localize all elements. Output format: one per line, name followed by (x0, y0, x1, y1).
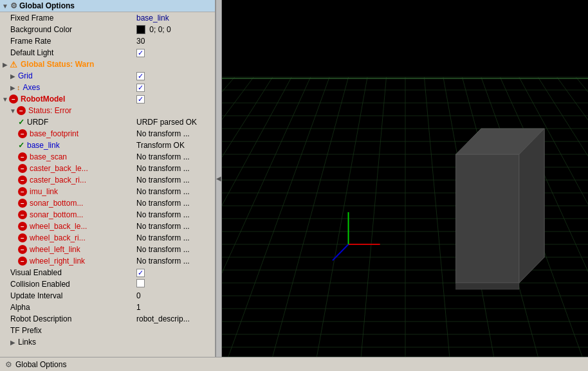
caster-back-le-error-icon: − (18, 164, 27, 173)
visual-enabled-label: Visual Enabled (9, 268, 136, 277)
wheel-back-le-value: No transform ... (136, 222, 214, 231)
robot-description-row: Robot Description robot_descrip... (0, 313, 215, 325)
gear-icon: ⚙ (9, 1, 18, 10)
sonar-bottom-2-row: − sonar_bottom... No transform ... (0, 209, 215, 221)
background-color-row: Background Color 0; 0; 0 (0, 24, 215, 35)
global-options-header[interactable]: ▼ ⚙ Global Options (0, 0, 215, 12)
frame-rate-value[interactable]: 30 (136, 37, 214, 46)
robot-model-checkbox[interactable] (136, 95, 145, 104)
imu-link-error-icon: − (18, 187, 27, 196)
axes-checkbox-value[interactable] (136, 83, 214, 92)
robot-description-value[interactable]: robot_descrip... (136, 314, 214, 323)
base-link-ok-icon: ✓ (18, 141, 24, 150)
base-link-label: base_link (26, 141, 136, 150)
default-light-checkbox[interactable] (136, 49, 145, 57)
status-bar-gear-icon: ⚙ (4, 360, 13, 369)
main-area: ▼ ⚙ Global Options Fixed Frame base_link… (0, 0, 588, 357)
base-link-row: ✓ base_link Transform OK (0, 140, 215, 151)
global-status-row[interactable]: ▶ ⚠ Global Status: Warn (0, 59, 215, 70)
collision-enabled-row: Collision Enabled (0, 278, 215, 290)
sonar-bottom-2-label: sonar_bottom... (28, 210, 136, 219)
links-row[interactable]: ▶ Links (0, 336, 215, 348)
alpha-value[interactable]: 1 (136, 303, 214, 312)
wheel-right-link-error-icon: − (18, 257, 27, 266)
sonar-bottom-1-value: No transform ... (136, 199, 214, 208)
status-bar-label: Global Options (15, 360, 66, 369)
default-light-row: Default Light (0, 47, 215, 59)
imu-link-value: No transform ... (136, 187, 214, 196)
alpha-row: Alpha 1 (0, 302, 215, 313)
axes-expand-icon: ▶ (9, 84, 17, 91)
robot-model-label: RobotModel (19, 95, 136, 104)
imu-link-label: imu_link (28, 187, 136, 196)
urdf-value: URDF parsed OK (136, 118, 214, 127)
grid-row[interactable]: ▶ Grid (0, 70, 215, 82)
wheel-left-link-label: wheel_left_link (28, 245, 136, 254)
sonar-bottom-1-error-icon: − (18, 199, 27, 208)
axes-icon: ↕ (17, 84, 21, 91)
urdf-row: ✓ URDF URDF parsed OK (0, 116, 215, 128)
imu-link-row: − imu_link No transform ... (0, 186, 215, 197)
wheel-right-link-label: wheel_right_link (28, 257, 136, 266)
axes-checkbox[interactable] (136, 84, 145, 92)
panel-content[interactable]: ▼ ⚙ Global Options Fixed Frame base_link… (0, 0, 215, 357)
fixed-frame-value[interactable]: base_link (136, 14, 214, 23)
default-light-value[interactable] (136, 48, 214, 57)
global-options-label: Global Options (19, 1, 75, 10)
wheel-right-link-value: No transform ... (136, 257, 214, 266)
fixed-frame-label: Fixed Frame (9, 14, 136, 23)
visual-enabled-row: Visual Enabled (0, 267, 215, 278)
color-swatch (136, 25, 145, 34)
frame-rate-label: Frame Rate (9, 37, 136, 46)
status-expand-icon: ▶ (1, 61, 9, 68)
robot-description-label: Robot Description (9, 314, 136, 323)
default-light-label: Default Light (9, 48, 136, 57)
sonar-bottom-2-value: No transform ... (136, 210, 214, 219)
caster-back-ri-row: − caster_back_ri... No transform ... (0, 174, 215, 186)
background-color-value[interactable]: 0; 0; 0 (136, 25, 214, 35)
collision-enabled-checkbox[interactable] (136, 279, 145, 287)
wheel-back-ri-label: wheel_back_ri... (28, 233, 136, 242)
urdf-label: URDF (26, 118, 136, 127)
base-footprint-row: − base_footprint No transform ... (0, 128, 215, 140)
grid-expand-icon: ▶ (9, 73, 17, 80)
fixed-frame-row: Fixed Frame base_link (0, 12, 215, 24)
wheel-back-ri-error-icon: − (18, 233, 27, 242)
robot-model-remove-icon: − (9, 95, 18, 104)
grid-checkbox-value[interactable] (136, 71, 214, 80)
robot-model-row[interactable]: ▼ − RobotModel (0, 93, 215, 105)
update-interval-row: Update Interval 0 (0, 290, 215, 302)
wheel-back-ri-row: − wheel_back_ri... No transform ... (0, 232, 215, 244)
wheel-left-link-value: No transform ... (136, 245, 214, 254)
wheel-left-link-error-icon: − (18, 245, 27, 254)
visual-enabled-value[interactable] (136, 268, 214, 277)
grid-checkbox[interactable] (136, 72, 145, 80)
caster-back-ri-label: caster_back_ri... (28, 176, 136, 185)
update-interval-value[interactable]: 0 (136, 291, 214, 300)
svg-marker-48 (519, 129, 544, 283)
status-error-row[interactable]: ▼ − Status: Error (0, 105, 215, 116)
collision-enabled-value[interactable] (136, 279, 214, 289)
status-error-label: Status: Error (27, 106, 214, 115)
tf-prefix-label: TF Prefix (9, 326, 136, 335)
robot-model-expand-icon: ▼ (1, 96, 9, 103)
svg-rect-46 (456, 154, 519, 283)
axes-row[interactable]: ▶ ↕ Axes (0, 82, 215, 93)
warn-icon: ⚠ (9, 60, 18, 69)
base-footprint-error-icon: − (18, 129, 27, 138)
caster-back-le-row: − caster_back_le... No transform ... (0, 163, 215, 174)
robot-model-checkbox-value[interactable] (136, 95, 214, 104)
left-panel: ▼ ⚙ Global Options Fixed Frame base_link… (0, 0, 216, 357)
frame-rate-row: Frame Rate 30 (0, 35, 215, 47)
panel-divider[interactable]: ◀ (216, 0, 222, 357)
sonar-bottom-1-label: sonar_bottom... (28, 199, 136, 208)
background-color-label: Background Color (9, 25, 136, 34)
global-status-label: Global Status: Warn (19, 60, 214, 69)
wheel-back-le-error-icon: − (18, 222, 27, 231)
visual-enabled-checkbox[interactable] (136, 269, 145, 277)
svg-rect-49 (456, 283, 519, 289)
viewport-3d[interactable] (222, 0, 588, 357)
wheel-back-le-label: wheel_back_le... (28, 222, 136, 231)
base-footprint-value: No transform ... (136, 129, 214, 138)
base-scan-error-icon: − (18, 152, 27, 161)
